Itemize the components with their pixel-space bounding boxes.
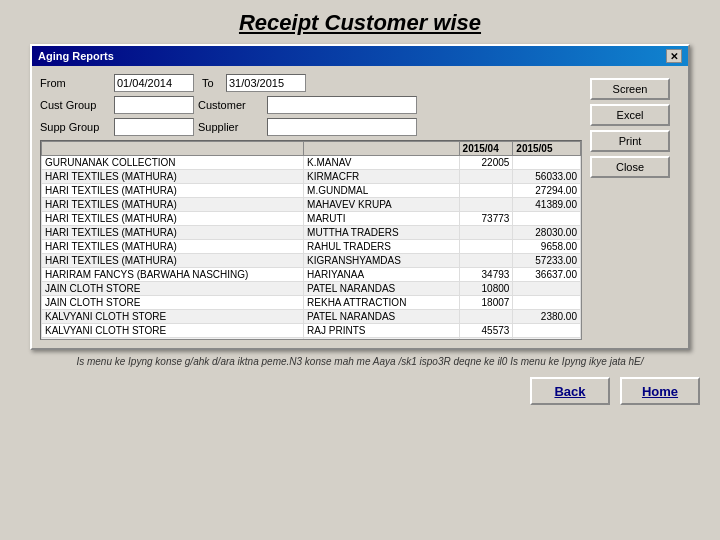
table-cell: 18007 (459, 296, 513, 310)
from-label: From (40, 77, 110, 89)
table-cell: HARI TEXTILES (MATHURA) (42, 198, 304, 212)
table-cell (459, 310, 513, 324)
table-cell: KALVYANI CLOTH STORE (42, 310, 304, 324)
table-cell: HARI TEXTILES (MATHURA) (42, 254, 304, 268)
table-cell: MARUTI (304, 212, 460, 226)
close-icon[interactable]: ✕ (666, 49, 682, 63)
table-cell (459, 240, 513, 254)
table-cell: GURUNANAK COLLECTION (42, 156, 304, 170)
table-row: HARI TEXTILES (MATHURA)RAHUL TRADERS9658… (42, 240, 581, 254)
table-cell: RAHUL TRADERS (304, 240, 460, 254)
table-cell: 41389.00 (513, 198, 581, 212)
from-input[interactable] (114, 74, 194, 92)
supplier-label: Supplier (198, 121, 263, 133)
table-cell: KOMAL COLLECTION (DEYNA) (42, 338, 304, 341)
table-cell: KALVYANI CLOTH STORE (42, 324, 304, 338)
table-row: HARIRAM FANCYS (BARWAHA NASCHING)HARIYAN… (42, 268, 581, 282)
table-cell: BITA ENTERPRISE (304, 338, 460, 341)
table-cell (459, 226, 513, 240)
table-cell: 10800 (459, 282, 513, 296)
to-label: To (202, 77, 222, 89)
table-cell: RAJ PRINTS (304, 324, 460, 338)
table-cell: JAIN CLOTH STORE (42, 296, 304, 310)
table-cell: 45573 (459, 324, 513, 338)
dialog-title: Aging Reports (38, 50, 114, 62)
table-row: JAIN CLOTH STOREREKHA ATTRACTION18007 (42, 296, 581, 310)
table-cell: 27294.00 (513, 184, 581, 198)
supp-group-input[interactable] (114, 118, 194, 136)
table-cell: KIGRANSHYAMDAS (304, 254, 460, 268)
table-row: HARI TEXTILES (MATHURA)MAHAVEV KRUPA4138… (42, 198, 581, 212)
table-cell: 21715.00 (513, 338, 581, 341)
table-cell (459, 170, 513, 184)
table-cell: HARI TEXTILES (MATHURA) (42, 226, 304, 240)
col-2015-05: 2015/05 (513, 142, 581, 156)
table-cell (513, 324, 581, 338)
table-cell: 56033.00 (513, 170, 581, 184)
cust-group-label: Cust Group (40, 99, 110, 111)
table-cell: M.GUNDMAL (304, 184, 460, 198)
footer-text: Is menu ke Ipyng konse g/ahk d/ara iktna… (0, 350, 720, 373)
table-container: 2015/04 2015/05 GURUNANAK COLLECTIONK.MA… (40, 140, 582, 340)
table-cell: HARIRAM FANCYS (BARWAHA NASCHING) (42, 268, 304, 282)
table-cell (513, 296, 581, 310)
table-cell (513, 156, 581, 170)
table-row: KALVYANI CLOTH STOREPATEL NARANDAS2380.0… (42, 310, 581, 324)
table-row: HARI TEXTILES (MATHURA)KIGRANSHYAMDAS572… (42, 254, 581, 268)
table-row: HARI TEXTILES (MATHURA)M.GUNDMAL27294.00 (42, 184, 581, 198)
supp-group-label: Supp Group (40, 121, 110, 133)
table-row: HARI TEXTILES (MATHURA)MUTTHA TRADERS280… (42, 226, 581, 240)
print-button[interactable]: Print (590, 130, 670, 152)
table-row: KALVYANI CLOTH STORERAJ PRINTS45573 (42, 324, 581, 338)
home-button[interactable]: Home (620, 377, 700, 405)
table-cell: REKHA ATTRACTION (304, 296, 460, 310)
table-cell: MAHAVEV KRUPA (304, 198, 460, 212)
table-row: HARI TEXTILES (MATHURA)MARUTI73773 (42, 212, 581, 226)
table-cell: MUTTHA TRADERS (304, 226, 460, 240)
table-cell (459, 198, 513, 212)
table-cell: 9658.00 (513, 240, 581, 254)
table-cell: JAIN CLOTH STORE (42, 282, 304, 296)
table-cell: HARI TEXTILES (MATHURA) (42, 184, 304, 198)
table-row: KOMAL COLLECTION (DEYNA)BITA ENTERPRISE2… (42, 338, 581, 341)
table-cell (459, 254, 513, 268)
table-cell: 34793 (459, 268, 513, 282)
table-cell: HARIYANAA (304, 268, 460, 282)
page-title: Receipt Customer wise (0, 0, 720, 44)
table-cell: PATEL NARANDAS (304, 282, 460, 296)
table-cell (459, 338, 513, 341)
col-customer (42, 142, 304, 156)
to-input[interactable] (226, 74, 306, 92)
table-cell: HARI TEXTILES (MATHURA) (42, 240, 304, 254)
screen-button[interactable]: Screen (590, 78, 670, 100)
col-supplier (304, 142, 460, 156)
customer-label: Customer (198, 99, 263, 111)
col-2015-04: 2015/04 (459, 142, 513, 156)
back-button[interactable]: Back (530, 377, 610, 405)
table-cell: PATEL NARANDAS (304, 310, 460, 324)
supplier-input[interactable] (267, 118, 417, 136)
table-cell: 73773 (459, 212, 513, 226)
table-cell: 22005 (459, 156, 513, 170)
dialog: Aging Reports ✕ From To Cust Group Custo… (30, 44, 690, 350)
table-cell (459, 184, 513, 198)
dialog-titlebar: Aging Reports ✕ (32, 46, 688, 66)
table-cell (513, 282, 581, 296)
table-row: GURUNANAK COLLECTIONK.MANAV22005 (42, 156, 581, 170)
table-cell (513, 212, 581, 226)
excel-button[interactable]: Excel (590, 104, 670, 126)
close-button[interactable]: Close (590, 156, 670, 178)
table-cell: 28030.00 (513, 226, 581, 240)
table-cell: 57233.00 (513, 254, 581, 268)
table-cell: 2380.00 (513, 310, 581, 324)
cust-group-input[interactable] (114, 96, 194, 114)
customer-input[interactable] (267, 96, 417, 114)
table-cell: K.MANAV (304, 156, 460, 170)
table-cell: 36637.00 (513, 268, 581, 282)
table-cell: KIRMACFR (304, 170, 460, 184)
table-row: JAIN CLOTH STOREPATEL NARANDAS10800 (42, 282, 581, 296)
table-cell: HARI TEXTILES (MATHURA) (42, 212, 304, 226)
table-cell: HARI TEXTILES (MATHURA) (42, 170, 304, 184)
table-row: HARI TEXTILES (MATHURA)KIRMACFR56033.00 (42, 170, 581, 184)
